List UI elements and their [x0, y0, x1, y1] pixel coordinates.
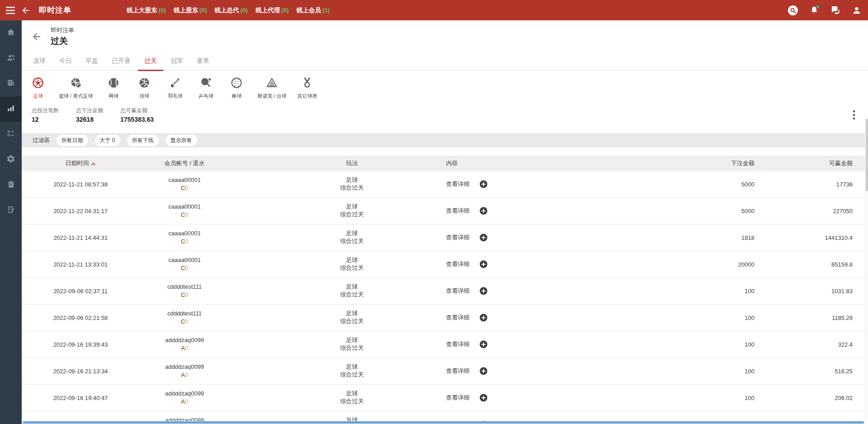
cell-content: 查看详细 [433, 367, 596, 375]
cell-winnable: 1185.29 [754, 314, 868, 321]
column-header-datetime[interactable]: 日期时间 [22, 159, 139, 167]
horizontal-scrollbar[interactable] [22, 421, 865, 424]
vertical-scrollbar[interactable] [865, 119, 868, 421]
view-detail-link[interactable]: 查看详细 [446, 394, 470, 402]
cell-account: caaaa00001 C0 [139, 229, 230, 245]
filter-chip-show-all[interactable]: 显示所有 [166, 135, 197, 146]
menu-icon[interactable] [3, 3, 18, 18]
stat-total-winnable-amount: 总可赢金额 1755383.63 [120, 107, 154, 123]
rebate-label: C0 [139, 184, 230, 192]
filter-chip-greater-than-zero[interactable]: 大于 0 [95, 135, 120, 146]
expand-plus-icon[interactable] [479, 314, 488, 322]
badminton-icon [169, 77, 181, 91]
cell-winnable: 322.4 [754, 341, 868, 348]
snooker-icon [266, 77, 278, 91]
tab-champion[interactable]: 冠军 [164, 51, 190, 71]
expand-plus-icon[interactable] [479, 340, 488, 348]
filter-chip-all-dates[interactable]: 所有日期 [57, 135, 88, 146]
nav-online-agent[interactable]: 线上代理(0) [256, 6, 289, 14]
more-options-icon[interactable] [853, 110, 855, 122]
tab-parlay[interactable]: 过关 [138, 51, 163, 71]
vertical-scrollbar-thumb[interactable] [866, 119, 868, 191]
account-icon[interactable] [850, 3, 863, 18]
sidebar-item-clipboard[interactable] [0, 172, 22, 198]
sidebar-item-bets[interactable] [0, 96, 22, 122]
cell-play: 足球 综合过关 [230, 337, 433, 352]
expand-plus-icon[interactable] [479, 287, 488, 295]
main-content: 即时注单 过关 滚球 今日 早盘 已开赛 过关 冠军 赛果 足球 篮球 / 美式… [22, 20, 868, 424]
sidebar-item-settings[interactable] [0, 147, 22, 172]
nav-online-major-shareholder[interactable]: 线上大股东(0) [127, 6, 166, 14]
sidebar-item-users[interactable] [0, 46, 22, 71]
expand-plus-icon[interactable] [479, 367, 488, 375]
sport-soccer[interactable]: 足球 [28, 77, 48, 100]
column-header-bet-amount[interactable]: 下注金额 [596, 159, 754, 167]
sport-other[interactable]: 其它球类 [297, 77, 317, 100]
sport-snooker[interactable]: 斯诺克 / 台球 [257, 77, 286, 100]
tab-early[interactable]: 早盘 [79, 51, 104, 71]
chart-icon [6, 104, 15, 114]
cell-account: addddzaq0099 A0 [139, 363, 230, 379]
view-detail-link[interactable]: 查看详细 [446, 367, 470, 375]
page-back-icon[interactable] [30, 30, 43, 43]
view-detail-link[interactable]: 查看详细 [446, 340, 470, 348]
tab-today[interactable]: 今日 [53, 51, 78, 71]
expand-plus-icon[interactable] [479, 207, 488, 215]
sport-tennis[interactable]: 网球 [104, 77, 123, 100]
cell-content: 查看详细 [433, 314, 596, 322]
cell-account: caaaa00001 C0 [139, 256, 230, 272]
expand-plus-icon[interactable] [479, 180, 488, 188]
expand-plus-icon[interactable] [479, 394, 488, 402]
tab-rolling[interactable]: 滚球 [27, 51, 52, 71]
sport-badminton[interactable]: 羽毛球 [165, 77, 185, 100]
filter-label: 过滤器 [33, 137, 50, 144]
table-header: 日期时间 会员帐号 / 退水 玩法 内容 下注金额 可赢金额 [22, 156, 868, 171]
view-detail-link[interactable]: 查看详细 [446, 233, 470, 242]
page-header: 即时注单 过关 [22, 20, 868, 47]
column-header-winnable[interactable]: 可赢金额 [754, 159, 868, 167]
filter-chip-all-downlines[interactable]: 所有下线 [127, 135, 159, 146]
cell-play: 足球 综合过关 [230, 390, 433, 405]
tab-started[interactable]: 已开赛 [105, 51, 137, 71]
column-header-play[interactable]: 玩法 [230, 160, 433, 167]
sport-basketball[interactable]: 篮球 / 美式足球 [59, 77, 93, 100]
bell-icon[interactable] [807, 3, 821, 18]
column-header-content[interactable]: 内容 [433, 159, 596, 167]
back-icon[interactable] [18, 3, 33, 18]
expand-plus-icon[interactable] [479, 260, 488, 268]
chat-icon[interactable] [829, 3, 842, 18]
topbar-left: 即时注单 [0, 3, 71, 18]
horizontal-scrollbar-thumb[interactable] [23, 421, 864, 424]
nav-online-general-agent[interactable]: 线上总代(0) [215, 6, 248, 14]
search-icon[interactable] [786, 3, 800, 18]
sport-volleyball[interactable]: 排球 [134, 77, 154, 100]
view-detail-link[interactable]: 查看详细 [446, 180, 470, 188]
rebate-label: C0 [139, 211, 230, 219]
expand-plus-icon[interactable] [479, 233, 488, 242]
sidebar-item-home[interactable] [0, 20, 22, 46]
view-detail-link[interactable]: 查看详细 [446, 287, 470, 295]
nav-online-member[interactable]: 线上会员(1) [297, 6, 330, 14]
sport-baseball[interactable]: 棒球 [227, 77, 247, 100]
cell-play: 足球 综合过关 [230, 283, 433, 299]
sidebar-item-reports[interactable] [0, 71, 22, 96]
nav-online-shareholder[interactable]: 线上股东(0) [174, 6, 207, 14]
cell-play: 足球 综合过关 [230, 310, 433, 325]
view-detail-link[interactable]: 查看详细 [446, 314, 470, 322]
sport-table-tennis[interactable]: 乒乓球 [196, 77, 216, 100]
cell-winnable: 1441310.4 [754, 234, 868, 241]
cell-winnable: 227050 [754, 208, 868, 214]
cell-bet-amount: 100 [596, 395, 754, 401]
rebate-label: C0 [139, 291, 230, 299]
tab-results[interactable]: 赛果 [190, 51, 216, 71]
table-row: 2022-09-16 19:40:47 addddzaq0099 A0 足球 综… [22, 385, 868, 411]
cell-play: 足球 综合过关 [230, 176, 433, 192]
view-detail-link[interactable]: 查看详细 [446, 207, 470, 215]
sidebar-item-menu[interactable] [0, 122, 22, 147]
app-title: 即时注单 [39, 5, 71, 15]
sidebar-item-logs[interactable] [0, 198, 22, 223]
column-header-account[interactable]: 会员帐号 / 退水 [139, 159, 230, 167]
cell-winnable: 516.25 [754, 368, 868, 375]
view-detail-link[interactable]: 查看详细 [446, 260, 470, 268]
cell-content: 查看详细 [433, 180, 596, 188]
